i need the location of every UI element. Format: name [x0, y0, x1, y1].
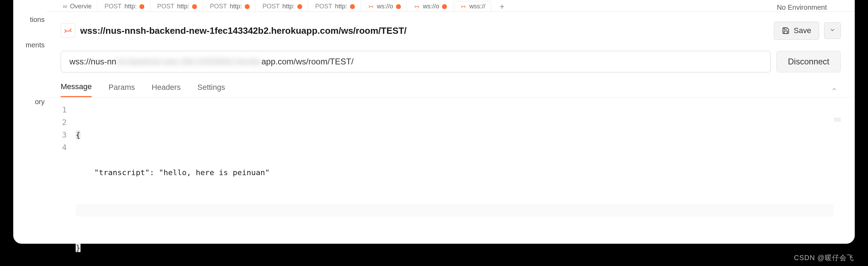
sidebar-item[interactable]: ory — [13, 98, 47, 106]
overview-icon: ∞ — [63, 3, 67, 10]
protocol-badge — [61, 23, 75, 38]
request-tab[interactable]: POSThttp: — [99, 1, 150, 11]
collapse-panel-button[interactable] — [831, 86, 841, 94]
request-tab[interactable]: POSThttp: — [257, 1, 308, 11]
request-tab[interactable]: POSThttp: — [152, 1, 203, 11]
request-tabs-bar: ∞ Overvie POSThttp: POSThttp: POSThttp: … — [47, 0, 855, 12]
dirty-dot-icon — [396, 4, 401, 9]
chevron-up-icon — [831, 86, 837, 92]
request-tab-active[interactable]: wss:// — [454, 1, 491, 12]
tab-settings[interactable]: Settings — [197, 83, 225, 97]
add-tab-button[interactable]: + — [493, 2, 511, 11]
url-row: wss://nus-nnsh-backend-new-1fec143342b2.… — [47, 40, 855, 72]
disconnect-button[interactable]: Disconnect — [776, 51, 841, 72]
dirty-dot-icon — [245, 4, 250, 9]
sidebar-item[interactable]: tions — [13, 16, 47, 24]
sidebar-fragment: tions ments ory — [13, 0, 47, 244]
dirty-dot-icon — [350, 4, 355, 9]
dirty-dot-icon — [192, 4, 197, 9]
request-tab[interactable]: POSThttp: — [204, 1, 256, 11]
request-title: wss://nus-nnsh-backend-new-1fec143342b2.… — [80, 25, 769, 36]
chevron-down-icon — [829, 27, 836, 33]
code-content[interactable]: { "transcript": "hello, here is peinuan"… — [76, 104, 834, 266]
request-tab[interactable]: ws://o — [362, 1, 407, 11]
url-input[interactable]: wss://nus-nnsh-backend-new-1fec143342b2.… — [61, 51, 771, 72]
tab-params[interactable]: Params — [108, 83, 135, 97]
request-tab[interactable]: POSThttp: — [310, 1, 361, 11]
websocket-icon — [414, 3, 420, 10]
request-header: wss://nus-nnsh-backend-new-1fec143342b2.… — [47, 12, 855, 40]
dirty-dot-icon — [297, 4, 302, 9]
line-gutter: 1 2 3 4 — [62, 104, 76, 266]
dirty-dot-icon — [442, 4, 447, 9]
tab-message[interactable]: Message — [61, 82, 92, 97]
websocket-icon — [368, 3, 374, 10]
overview-tab[interactable]: ∞ Overvie — [57, 1, 98, 11]
request-subtabs: Message Params Headers Settings — [47, 72, 855, 97]
minimap[interactable] — [834, 118, 841, 122]
message-editor[interactable]: 1 2 3 4 { "transcript": "hello, here is … — [47, 97, 855, 266]
environment-selector[interactable]: No Environment — [777, 3, 855, 11]
sidebar-item[interactable]: ments — [13, 41, 47, 49]
save-button[interactable]: Save — [774, 22, 819, 40]
save-dropdown-button[interactable] — [824, 22, 841, 39]
websocket-icon — [63, 26, 73, 35]
save-icon — [782, 27, 790, 34]
dirty-dot-icon — [139, 4, 144, 9]
watermark: CSDN @暖仔会飞 — [794, 253, 854, 263]
tab-headers[interactable]: Headers — [152, 83, 181, 97]
request-tab[interactable]: ws://o — [408, 1, 453, 11]
websocket-icon — [460, 3, 466, 10]
